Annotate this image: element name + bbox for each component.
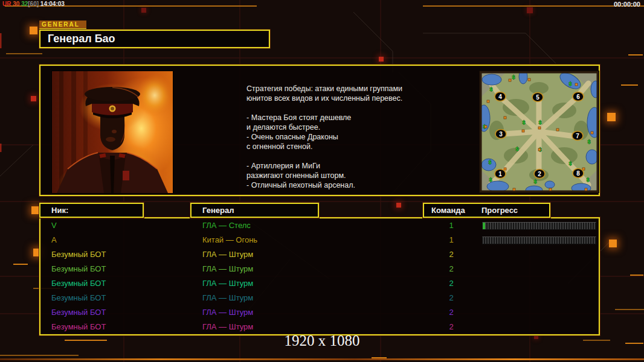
supply-dollar-icon: $ — [489, 177, 492, 183]
crate-marker-icon — [556, 129, 559, 131]
decor-square — [141, 8, 146, 13]
player-nick: Безумный БОТ — [51, 262, 106, 276]
crate-marker-icon — [549, 188, 552, 191]
decor-line — [621, 84, 638, 86]
column-header-progress: Прогресс — [481, 204, 518, 217]
page-title: Генерал Бао — [39, 30, 270, 48]
players-panel: VГЛА — Стелс1AКитай — Огонь1Безумный БОТ… — [39, 217, 600, 335]
crate-marker-icon — [509, 79, 511, 81]
supply-dollar-icon: $ — [512, 74, 515, 80]
table-row: Безумный БОТГЛА — Штурм2 — [40, 291, 599, 305]
table-row: Безумный БОТГЛА — Штурм2 — [40, 276, 599, 291]
progress-bar — [482, 237, 596, 244]
column-header-general: Генерал — [190, 203, 319, 218]
start-position-number: 4 — [498, 94, 502, 100]
player-general: ГЛА — Штурм — [202, 305, 253, 320]
player-nick: Безумный БОТ — [51, 320, 106, 334]
status-token: [60] — [28, 1, 39, 7]
decor-line — [615, 309, 644, 310]
decor-line — [423, 5, 644, 7]
player-team: 2 — [444, 276, 459, 291]
player-team: 2 — [444, 247, 459, 262]
crate-marker-icon — [538, 127, 541, 129]
decor-square — [31, 206, 39, 214]
crate-marker-icon — [487, 100, 489, 103]
general-portrait — [51, 71, 173, 194]
start-position-number: 8 — [576, 170, 580, 177]
decor-square — [607, 113, 616, 121]
player-general: ГЛА — Стелс — [202, 218, 251, 233]
strategy-text: Стратегия победы: атаки едиными группами… — [246, 84, 437, 190]
table-row: Безумный БОТГЛА — Штурм2 — [40, 305, 599, 320]
crate-marker-icon — [582, 168, 585, 170]
fps-readout: UR 30 32[60] 14:04:03 — [2, 1, 65, 7]
column-header-team-progress: Команда Прогресс — [423, 203, 550, 218]
bottom-accent-bar — [0, 358, 644, 360]
player-nick: A — [51, 233, 57, 247]
supply-dollar-icon: $ — [488, 159, 491, 165]
start-position-number: 3 — [499, 131, 503, 138]
player-team: 2 — [444, 320, 459, 334]
column-header-team: Команда — [431, 204, 465, 217]
crate-marker-icon — [538, 148, 541, 151]
start-position-number: 2 — [538, 171, 541, 177]
decor-line — [13, 264, 28, 265]
player-team: 1 — [444, 218, 459, 233]
crate-marker-icon — [504, 168, 506, 170]
supply-dollar-icon: $ — [533, 179, 536, 185]
player-general: Китай — Огонь — [202, 233, 257, 247]
player-team: 2 — [444, 291, 459, 305]
status-token: 32 — [19, 1, 28, 7]
player-general: ГЛА — Штурм — [202, 276, 253, 291]
player-general: ГЛА — Штурм — [202, 247, 253, 262]
supply-dollar-icon: $ — [522, 119, 525, 125]
decor-line — [625, 343, 643, 344]
decor-square — [396, 203, 401, 208]
player-team: 2 — [444, 305, 459, 320]
supply-dollar-icon: $ — [587, 139, 590, 145]
player-team: 2 — [444, 262, 459, 276]
supply-dollar-icon: $ — [515, 146, 518, 152]
player-general: ГЛА — Штурм — [202, 291, 253, 305]
decor-square — [379, 57, 384, 62]
table-row: Безумный БОТГЛА — Штурм2 — [40, 247, 599, 262]
table-row: AКитай — Огонь1 — [40, 233, 599, 247]
decor-square — [609, 240, 617, 247]
supply-dollar-icon: $ — [538, 119, 541, 125]
player-nick: Безумный БОТ — [51, 305, 106, 320]
crate-marker-icon — [485, 125, 487, 128]
player-general: ГЛА — Штурм — [202, 262, 253, 276]
decor-line — [630, 275, 643, 276]
resolution-label: 1920 x 1080 — [285, 332, 360, 349]
start-position-number: 6 — [576, 94, 580, 100]
player-general: ГЛА — Штурм — [202, 320, 253, 334]
start-position-number: 7 — [576, 133, 579, 139]
general-tag: GENERAL — [39, 21, 86, 30]
progress-bar — [482, 222, 596, 230]
start-position-number: 1 — [498, 171, 502, 177]
crate-marker-icon — [575, 83, 578, 86]
supply-dollar-icon: $ — [489, 86, 492, 92]
decor-line — [65, 340, 107, 341]
minimap-image: $$$$$$$$$$$$$$12345678 — [480, 71, 599, 192]
table-row: Безумный БОТГЛА — Штурм2 — [40, 262, 599, 276]
loading-screen: UR 30 32[60] 14:04:03 00:00:00 GENERAL Г… — [0, 0, 644, 362]
crate-marker-icon — [522, 130, 524, 132]
decor-square — [527, 7, 533, 13]
crate-marker-icon — [504, 116, 506, 119]
portrait-image — [52, 71, 173, 193]
status-token: 30 — [11, 1, 19, 7]
crate-marker-icon — [585, 188, 587, 191]
decor-line — [583, 340, 610, 341]
supply-dollar-icon: $ — [586, 177, 589, 183]
crate-marker-icon — [591, 132, 593, 134]
player-nick: Безумный БОТ — [51, 247, 106, 262]
status-token: 14:04:03 — [39, 1, 65, 7]
game-timer: 00:00:00 — [614, 1, 640, 8]
crate-marker-icon — [513, 188, 515, 191]
decor-square — [30, 27, 37, 34]
supply-dollar-icon: $ — [568, 81, 572, 87]
player-team: 1 — [444, 233, 459, 247]
minimap: $$$$$$$$$$$$$$12345678 — [479, 71, 599, 193]
status-token: UR — [2, 1, 11, 7]
